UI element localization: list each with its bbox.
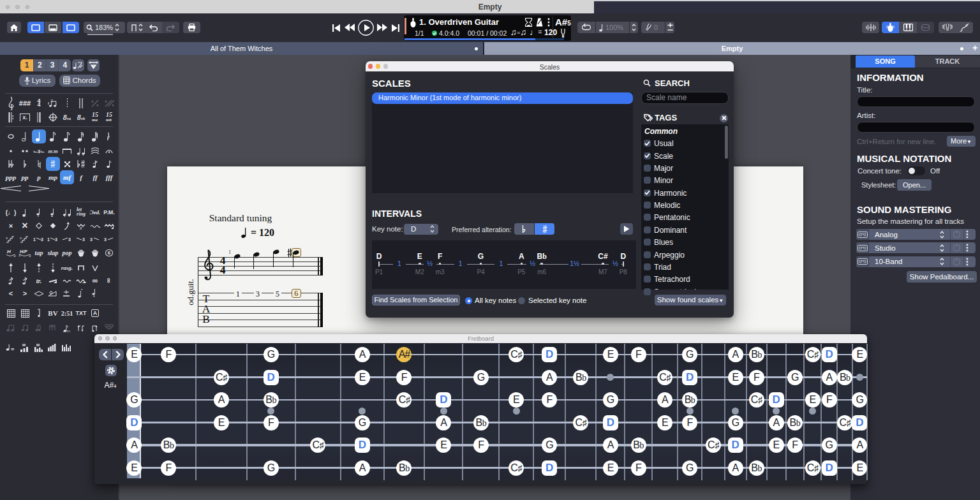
svg-text:3: 3 [68, 237, 71, 242]
svg-text:3: 3 [55, 237, 57, 242]
svg-text:=: = [11, 346, 14, 351]
svg-text:H/P: H/P [20, 249, 27, 254]
svg-text:H: H [7, 249, 11, 254]
svg-text:3: 3 [104, 237, 107, 242]
svg-text:AUTO: AUTO [7, 329, 14, 332]
svg-text:3: 3 [29, 254, 31, 257]
svg-text:x: x [20, 236, 22, 240]
svg-text:3: 3 [82, 237, 85, 242]
svg-text:x: x [6, 236, 8, 240]
svg-text:3: 3 [41, 237, 43, 242]
svg-text:M: M [36, 343, 40, 347]
svg-text:M: M [22, 343, 26, 347]
svg-text:3: 3 [90, 237, 93, 242]
svg-text:*: * [93, 295, 95, 298]
svg-text:1: 1 [47, 237, 50, 242]
svg-text:*: * [81, 289, 83, 292]
svg-text:AUTO: AUTO [63, 330, 70, 332]
svg-text:1: 1 [33, 237, 36, 242]
svg-text:x: x [79, 226, 82, 230]
svg-text:3: 3 [13, 254, 16, 257]
